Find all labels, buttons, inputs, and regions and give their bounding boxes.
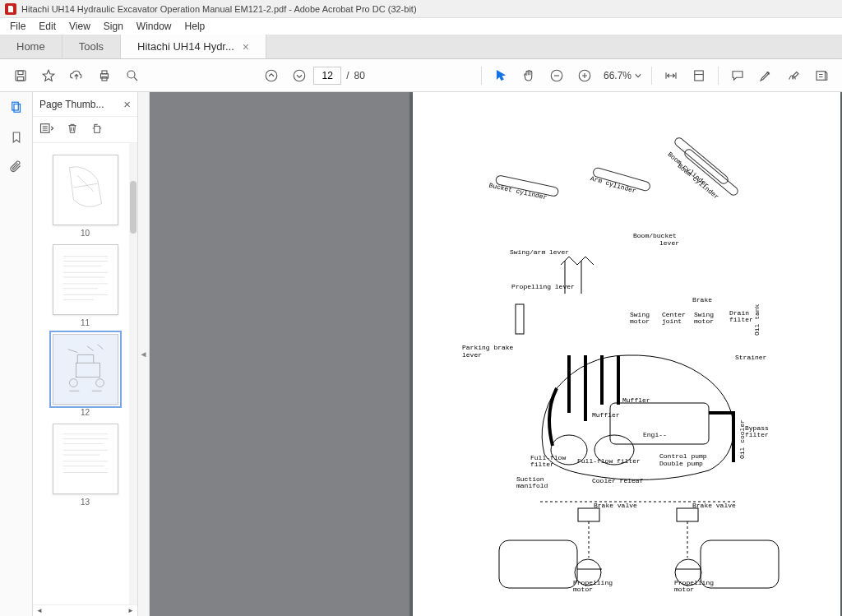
svg-point-27 — [69, 379, 77, 387]
pdf-page: Bucket cylinder Arm cylinder Boom cylind… — [413, 92, 840, 616]
page-sep: / — [346, 70, 349, 81]
menu-sign[interactable]: Sign — [97, 19, 130, 34]
thumbnail-label-10: 10 — [33, 229, 137, 238]
thumbnail-page-13[interactable] — [53, 424, 118, 494]
svg-rect-11 — [695, 71, 704, 81]
svg-rect-1 — [18, 71, 23, 75]
thumbnails-list[interactable]: 10 11 12 13 — [33, 143, 137, 604]
zoom-value: 66.7% — [604, 70, 632, 81]
page-up-button[interactable] — [259, 63, 284, 88]
label-brake-valve-r: Brake valve — [692, 502, 736, 509]
thumb-options-button[interactable] — [39, 123, 54, 137]
menu-window[interactable]: Window — [130, 19, 178, 34]
main-area: Page Thumb... × 10 11 12 13 — [0, 92, 842, 616]
label-control-pump: Control pump — [659, 452, 707, 460]
print-button[interactable] — [92, 63, 117, 88]
menu-help[interactable]: Help — [178, 19, 212, 34]
save-button[interactable] — [8, 63, 33, 88]
tab-home[interactable]: Home — [0, 35, 62, 58]
bookmark-rail-icon[interactable] — [7, 128, 25, 146]
search-button[interactable] — [120, 63, 145, 88]
label-full-flow2: Full-flow filter — [577, 457, 641, 465]
zoom-dropdown[interactable]: 66.7% — [599, 70, 646, 81]
side-rail — [0, 92, 33, 616]
thumbnail-page-11[interactable] — [53, 244, 118, 315]
toolbar: / 80 66.7% — [0, 59, 842, 92]
diagram-bottom-lines — [491, 495, 787, 602]
menu-file[interactable]: File — [3, 19, 32, 34]
svg-rect-41 — [578, 508, 599, 521]
attachment-rail-icon[interactable] — [7, 158, 25, 176]
diagram-body-lines — [487, 248, 766, 512]
cloud-upload-button[interactable] — [64, 63, 89, 88]
page-total: 80 — [354, 70, 364, 81]
tab-tools[interactable]: Tools — [62, 35, 121, 58]
label-double-pump: Double pump — [659, 460, 703, 467]
sign-button[interactable] — [781, 63, 806, 88]
label-full-flow1b: filter — [530, 461, 554, 468]
label-bypass2: filter — [745, 431, 769, 438]
viewport-gutter — [150, 92, 409, 616]
svg-rect-14 — [14, 104, 21, 113]
svg-rect-40 — [516, 304, 524, 334]
svg-point-7 — [266, 70, 277, 81]
zoom-in-button[interactable] — [572, 63, 597, 88]
more-tools-button[interactable] — [809, 63, 834, 88]
thumb-rotate-button[interactable] — [90, 122, 104, 137]
highlight-button[interactable] — [753, 63, 778, 88]
hydraulic-diagram: Bucket cylinder Arm cylinder Boom cylind… — [413, 92, 840, 616]
svg-rect-43 — [499, 540, 577, 588]
thumbnails-scrollbar[interactable] — [129, 143, 137, 604]
tab-home-label: Home — [16, 40, 45, 53]
label-propel-motor-l2: motor — [573, 586, 593, 593]
window-title: Hitachi UH14 Hydraulic Excavator Operati… — [21, 4, 417, 14]
label-muffler2: Muffler — [592, 411, 620, 419]
thumbnail-label-11: 11 — [33, 318, 137, 327]
svg-point-28 — [95, 379, 104, 387]
thumbnails-panel: Page Thumb... × 10 11 12 13 — [33, 92, 138, 616]
comment-button[interactable] — [725, 63, 750, 88]
svg-rect-12 — [817, 71, 826, 80]
tab-document[interactable]: Hitachi UH14 Hydr... × — [121, 35, 266, 58]
page-display-button[interactable] — [687, 63, 711, 88]
chevron-down-icon — [635, 72, 641, 79]
menu-edit[interactable]: Edit — [32, 19, 62, 34]
fit-width-button[interactable] — [659, 63, 683, 88]
thumb-delete-button[interactable] — [66, 122, 79, 137]
label-muffler1: Muffler — [622, 396, 650, 404]
thumbnails-header: Page Thumb... × — [33, 92, 137, 117]
panel-collapse-handle[interactable]: ◄ — [138, 92, 150, 616]
thumbnails-close-icon[interactable]: × — [123, 97, 131, 111]
hscroll-left-icon[interactable]: ◄ — [35, 607, 44, 615]
page-number-input[interactable] — [313, 67, 341, 85]
thumbnail-page-10[interactable] — [53, 155, 118, 225]
tab-close-icon[interactable]: × — [243, 40, 249, 53]
thumbnails-hscroll[interactable]: ◄ ► — [33, 604, 137, 616]
selection-tool-button[interactable] — [488, 63, 513, 88]
menu-bar: File Edit View Sign Window Help — [0, 18, 842, 35]
thumbnail-label-13: 13 — [33, 498, 137, 507]
label-engine: Engi-- — [643, 431, 667, 438]
page-down-button[interactable] — [287, 63, 312, 88]
svg-point-8 — [294, 70, 305, 81]
tab-bar: Home Tools Hitachi UH14 Hydr... × — [0, 35, 842, 59]
thumbnail-page-12[interactable] — [53, 334, 118, 405]
thumbnails-rail-icon[interactable] — [7, 99, 25, 117]
svg-rect-4 — [102, 71, 107, 74]
star-button[interactable] — [36, 63, 61, 88]
hscroll-right-icon[interactable]: ► — [126, 607, 136, 615]
svg-rect-13 — [12, 102, 18, 110]
title-bar: Hitachi UH14 Hydraulic Excavator Operati… — [0, 0, 842, 18]
thumbnail-label-12: 12 — [33, 408, 137, 417]
menu-view[interactable]: View — [62, 19, 97, 34]
label-propel-motor-r2: motor — [674, 586, 694, 593]
label-parking-brake2: lever — [462, 351, 482, 359]
label-cooler-releaf: Cooler releaf — [592, 477, 643, 484]
thumbnails-tools — [33, 117, 137, 143]
label-lever: lever — [659, 239, 679, 247]
label-boom-bucket-lever: Boom/bucket — [633, 232, 677, 239]
document-viewport[interactable]: Bucket cylinder Arm cylinder Boom cylind… — [150, 92, 842, 616]
zoom-out-button[interactable] — [544, 63, 569, 88]
svg-rect-16 — [95, 126, 100, 132]
hand-tool-button[interactable] — [516, 63, 541, 88]
